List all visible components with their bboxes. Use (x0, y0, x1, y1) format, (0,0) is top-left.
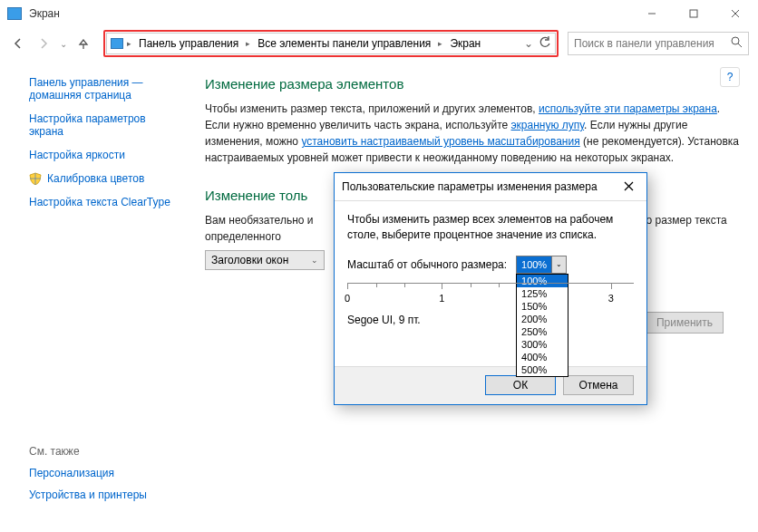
sidebar-brightness[interactable]: Настройка яркости (29, 149, 198, 161)
scale-option-400[interactable]: 400% (517, 351, 568, 363)
page-heading: Изменение размера элементов (205, 76, 747, 92)
ok-button[interactable]: ОК (485, 375, 556, 395)
ruler-label-3: 3 (608, 293, 614, 304)
custom-scaling-dialog: Пользовательские параметры изменения раз… (334, 172, 647, 405)
chevron-right-icon: ▸ (246, 39, 250, 48)
window-title: Экран (29, 7, 631, 20)
search-icon (731, 36, 743, 51)
cancel-button[interactable]: Отмена (563, 375, 634, 395)
scale-option-300[interactable]: 300% (517, 338, 568, 351)
svg-point-4 (732, 37, 739, 44)
sidebar-home-link[interactable]: Панель управления —домашняя страница (29, 76, 198, 102)
window-controls (631, 0, 756, 27)
scale-option-500[interactable]: 500% (517, 363, 568, 376)
chevron-right-icon: ▸ (438, 39, 442, 48)
see-also-personalization[interactable]: Персонализация (29, 467, 147, 479)
breadcrumb-control-panel[interactable]: Панель управления (135, 37, 242, 50)
search-input[interactable]: Поиск в панели управления (568, 32, 749, 55)
close-button[interactable] (714, 0, 756, 27)
ruler-label-0: 0 (345, 293, 350, 304)
address-icon (111, 38, 123, 49)
apply-button[interactable]: Применить (646, 312, 724, 334)
title-bar: Экран (0, 0, 758, 27)
scale-option-200[interactable]: 200% (517, 313, 568, 325)
sidebar-cleartype[interactable]: Настройка текста ClearType (29, 196, 198, 208)
back-button[interactable] (7, 33, 29, 54)
scale-select[interactable]: 100% ⌄ (516, 256, 567, 274)
maximize-button[interactable] (673, 0, 714, 27)
intro-paragraph: Чтобы изменить размер текста, приложений… (205, 101, 747, 166)
breadcrumb-all-items[interactable]: Все элементы панели управления (254, 37, 434, 50)
minimize-button[interactable] (631, 0, 673, 27)
link-display-params[interactable]: используйте эти параметры экрана (539, 102, 717, 115)
toolbar: ⌄ ▸ Панель управления ▸ Все элементы пан… (0, 27, 758, 60)
text-item-select[interactable]: Заголовки окон⌄ (205, 250, 325, 270)
app-icon (7, 7, 22, 20)
dialog-titlebar: Пользовательские параметры изменения раз… (335, 173, 646, 200)
scale-option-250[interactable]: 250% (517, 325, 568, 338)
see-also-devices[interactable]: Устройства и принтеры (29, 488, 147, 501)
link-magnifier[interactable]: экранную лупу (511, 119, 585, 131)
chevron-down-icon: ⌄ (311, 256, 318, 265)
sidebar-calibrate-colors[interactable]: Калибровка цветов (29, 172, 198, 185)
chevron-right-icon: ▸ (127, 39, 131, 48)
dialog-footer: ОК Отмена (335, 366, 646, 404)
dialog-close-button[interactable] (617, 179, 639, 194)
forward-button[interactable] (33, 33, 54, 54)
chevron-down-icon: ⌄ (551, 256, 566, 273)
shield-icon (29, 172, 42, 185)
breadcrumb-screen[interactable]: Экран (446, 37, 484, 50)
dialog-description: Чтобы изменить размер всех элементов на … (347, 212, 634, 243)
link-custom-scaling[interactable]: установить настраиваемый уровень масштаб… (301, 135, 579, 148)
sidebar-display-settings[interactable]: Настройка параметровэкрана (29, 112, 198, 138)
refresh-icon[interactable] (539, 36, 551, 52)
see-also-heading: См. также (29, 445, 147, 458)
ruler-label-1: 1 (439, 293, 444, 304)
svg-line-5 (738, 44, 742, 47)
see-also: См. также Персонализация Устройства и пр… (29, 445, 147, 510)
address-bar-highlight: ▸ Панель управления ▸ Все элементы панел… (103, 30, 559, 57)
font-sample: Segoe UI, 9 пт. (347, 314, 634, 326)
dialog-title: Пользовательские параметры изменения раз… (342, 180, 598, 193)
recent-dropdown-icon[interactable]: ⌄ (60, 39, 67, 49)
address-bar[interactable]: ▸ Панель управления ▸ Все элементы панел… (106, 33, 556, 54)
scale-label: Масштаб от обычного размера: (347, 258, 507, 271)
address-dropdown-icon[interactable]: ⌄ (524, 37, 533, 50)
search-placeholder: Поиск в панели управления (574, 37, 714, 50)
up-button[interactable] (73, 33, 94, 54)
scale-select-value: 100% (517, 256, 551, 273)
ruler: 0 1 3 (347, 283, 634, 308)
svg-rect-1 (690, 10, 697, 17)
